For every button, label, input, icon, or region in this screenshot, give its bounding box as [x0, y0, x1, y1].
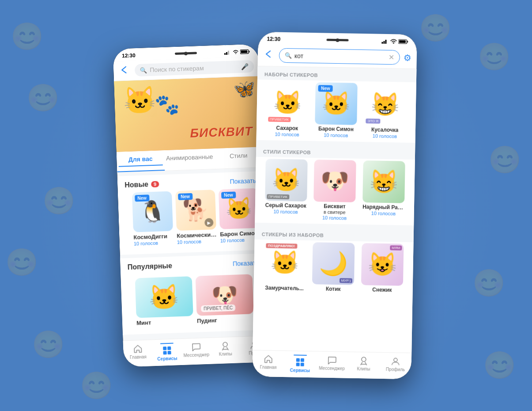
pack-baron-right[interactable]: 🐱 New Барон Симон 10 голосов: [312, 82, 360, 138]
svg-point-24: [393, 358, 397, 362]
sticker-emoji-baron: 🐱: [225, 198, 253, 220]
sticker-emoji-kotik: 🌙: [319, 250, 348, 277]
popular-name-pud: Пудинг: [196, 316, 253, 324]
banner-title: БИСКВИТ: [189, 124, 253, 141]
svg-rect-21: [296, 363, 299, 366]
pack-thumb-saharok: 🐱 ПРИВЕТИК: [266, 81, 309, 124]
svg-rect-22: [300, 363, 304, 366]
search-bar-right: 🔍 кот ✕ ⚙: [257, 44, 417, 69]
style-emoji-biskvit: 🐶: [320, 167, 349, 194]
tab-styles[interactable]: Стили: [214, 147, 262, 169]
play-badge-cosmic: ▶: [204, 218, 214, 227]
nav-label-profile-right: Профиль: [385, 367, 404, 372]
popular-item-pud[interactable]: 🐶 ПРИВЕТ, ПЁС Пудинг: [195, 274, 254, 324]
settings-icon-right[interactable]: ⚙: [403, 52, 411, 63]
pack-saharok[interactable]: 🐱 ПРИВЕТИК Сахарок 10 голосов: [263, 81, 311, 137]
svg-rect-7: [167, 346, 171, 350]
sticker-votes-cosmic: 10 голосов: [177, 238, 216, 245]
phone-screen-left: 12:30: [113, 44, 269, 367]
time-left: 12:30: [121, 52, 135, 59]
search-input-right[interactable]: 🔍 кот ✕: [279, 48, 400, 65]
home-icon-left: [132, 344, 143, 354]
sticker-name-cosmic: Космический рейнджер А...: [177, 231, 216, 239]
search-input-left[interactable]: 🔍 Поиск по стикерам 🎤: [134, 60, 254, 76]
battery-icon-left: [240, 49, 249, 54]
wifi-icon-left: [232, 49, 238, 54]
sticker-zamur[interactable]: 🐱 ПОЗДРАВЛЯЮ! Замурчатель...: [260, 241, 309, 292]
nav-label-services-left: Сервисы: [157, 356, 177, 362]
nav-profile-right[interactable]: Профиль: [379, 355, 411, 376]
pack-votes-kusalochka: 10 голосов: [372, 133, 396, 139]
style-biskvit[interactable]: 🐶 Бисквит в свитере 10 голосов: [311, 160, 359, 221]
style-ramzes[interactable]: 😸 Нарядный Рамзес 10 голосов: [359, 160, 407, 222]
show-more-new[interactable]: Показать: [230, 177, 256, 185]
nav-active-bar-left: [160, 343, 173, 344]
nav-services-right[interactable]: Сервисы: [284, 354, 316, 374]
style-name-ramzes: Нарядный Рамзес: [362, 204, 404, 211]
styles-grid: 🐱 ПРИВЕТИК Серый Сахарок 10 голосов 🐶 Би…: [255, 157, 415, 225]
style-thumb-grey: 🐱 ПРИВЕТИК: [264, 159, 307, 202]
services-icon-left: [162, 346, 172, 356]
svg-rect-12: [381, 42, 383, 43]
style-subname-biskvit: в свитере: [323, 209, 345, 215]
search-placeholder-left: Поиск по стикерам: [149, 65, 204, 73]
nav-services-left[interactable]: Сервисы: [152, 342, 182, 362]
tab-for-you[interactable]: Для вас: [116, 150, 164, 172]
sticker-name-kotik: Котик: [325, 286, 340, 293]
popular-thumb-mint: 🐱: [135, 276, 193, 318]
pud-label: ПРИВЕТ, ПЁС: [200, 304, 235, 312]
pack-kusalochka[interactable]: 😸 ЭТО Я Кусалочка 10 голосов: [361, 83, 409, 139]
svg-rect-2: [227, 50, 229, 54]
style-grey-saharok[interactable]: 🐱 ПРИВЕТИК Серый Сахарок 10 голосов: [262, 159, 310, 220]
status-icons-left: [224, 49, 249, 55]
banner-cat-2: 🐾: [154, 92, 180, 117]
sticker-pack-cosmic[interactable]: 🐕 New ▶ Космический рейнджер А... 10 гол…: [175, 190, 216, 245]
popular-name-mint: Минт: [136, 318, 193, 326]
nav-messenger-right[interactable]: Мессенджер: [316, 354, 348, 374]
sticker-kotik[interactable]: 🌙 МУР:) Котик: [309, 242, 358, 293]
snezhik-label: МЯМ: [390, 245, 402, 250]
packs-grid: 🐱 ПРИВЕТИК Сахарок 10 голосов 🐱 New Баро…: [256, 80, 416, 143]
back-button-left[interactable]: [118, 65, 131, 77]
section-header-new: Новые 9 Показать: [124, 177, 256, 189]
nav-messenger-left[interactable]: Мессенджер: [181, 341, 211, 362]
mic-icon-left: 🎤: [241, 63, 249, 70]
nav-clips-left[interactable]: Клипы: [210, 339, 240, 360]
pack-name-kusalochka: Кусалочка: [371, 126, 398, 133]
phones-container: 12:30: [118, 33, 414, 378]
style-thumb-ramzes: 😸: [362, 160, 405, 203]
nav-clips-right[interactable]: Клипы: [347, 355, 380, 375]
new-sticker-packs: 🐧 New КосмоДигги 10 голосов 🐕 New ▶: [125, 188, 258, 252]
svg-rect-20: [300, 358, 304, 362]
sticker-pack-kosmodigi[interactable]: 🐧 New КосмоДигги 10 голосов: [132, 191, 173, 247]
right-content: НАБОРЫ СТИКЕРОВ 🐱 ПРИВЕТИК Сахарок 10 го…: [253, 66, 416, 353]
pack-name-saharok: Сахарок: [276, 125, 298, 132]
phone-right: 12:30: [252, 32, 417, 379]
svg-rect-5: [241, 50, 247, 53]
clips-icon-right: [358, 356, 368, 365]
nav-home-right[interactable]: Главная: [252, 353, 284, 373]
search-icon-left: 🔍: [140, 67, 147, 74]
nav-label-messenger-right: Мессенджер: [319, 365, 345, 371]
wifi-icon-right: [390, 38, 397, 44]
phone-camera-right: [336, 38, 339, 42]
sticker-snezhik[interactable]: 😺 МЯМ Снежик: [358, 243, 406, 293]
sticker-pack-baron[interactable]: 🐱 New Барон Симон 10 голосов: [218, 188, 258, 244]
banner-left: 🐱 🐾 🦋 БИСКВИТ: [114, 76, 262, 152]
tab-animated[interactable]: Анимированные: [164, 148, 215, 171]
sticker-name-snezhik: Снежик: [372, 287, 392, 293]
sticker-thumb-kosmodigi: 🐧 New: [132, 191, 173, 232]
sticker-thumb-zamur: 🐱 ПОЗДРАВЛЯЮ!: [263, 241, 306, 284]
search-query-right: кот: [294, 52, 303, 59]
zamur-label: ПОЗДРАВЛЯЮ!: [266, 243, 297, 248]
clear-icon-right[interactable]: ✕: [388, 53, 394, 61]
nav-home-left[interactable]: Главная: [123, 342, 153, 363]
phone-left: 12:30: [113, 44, 269, 367]
back-button-right[interactable]: [263, 49, 275, 61]
new-badge-baron: New: [221, 191, 235, 198]
battery-icon-right: [398, 39, 408, 44]
popular-item-mint[interactable]: 🐱 Минт: [135, 276, 193, 326]
signal-icon-right: [381, 38, 389, 43]
nav-label-services-right: Сервисы: [290, 368, 309, 373]
sticker-thumb-snezhik: 😺 МЯМ: [361, 243, 404, 286]
